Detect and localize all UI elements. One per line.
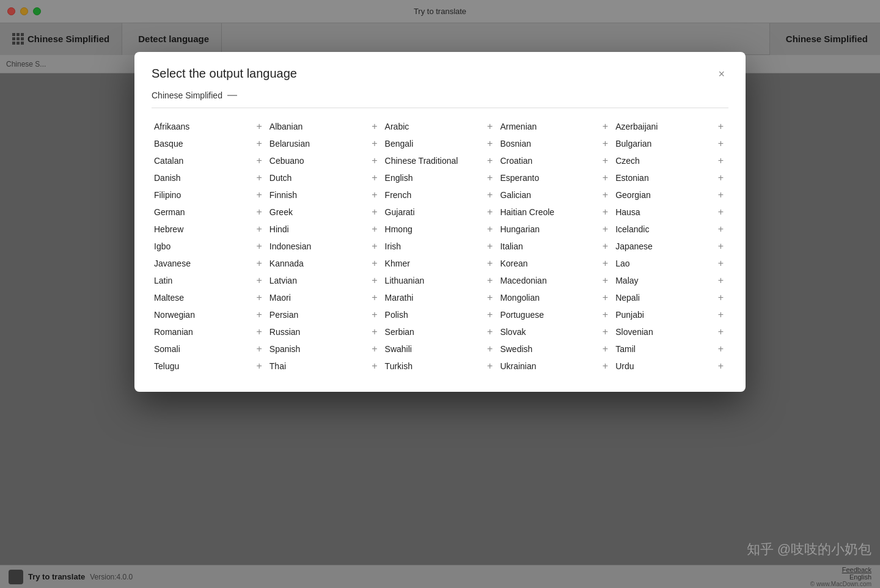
lang-add-button[interactable]: + [600,361,610,371]
lang-item[interactable]: Russian+ [267,323,383,340]
lang-item[interactable]: Turkish+ [383,358,498,375]
lang-item[interactable]: Gujarati+ [383,204,498,221]
lang-item[interactable]: Marathi+ [383,289,498,306]
lang-item[interactable]: Cebuano+ [267,152,383,169]
lang-item[interactable]: Galician+ [497,186,613,204]
lang-add-button[interactable]: + [485,293,495,303]
lang-item[interactable]: Greek+ [267,204,383,221]
lang-item[interactable]: Icelandic+ [613,221,728,238]
lang-item[interactable]: Malay+ [613,272,728,289]
lang-add-button[interactable]: + [369,190,380,200]
lang-item[interactable]: Portuguese+ [497,306,613,323]
lang-item[interactable]: Slovenian+ [613,323,728,340]
lang-item[interactable]: Somali+ [152,340,267,358]
lang-item[interactable]: Catalan+ [152,152,267,169]
lang-item[interactable]: Romanian+ [152,323,267,340]
lang-add-button[interactable]: + [369,241,380,251]
lang-add-button[interactable]: + [600,156,610,166]
lang-item[interactable]: Albanian+ [267,118,383,135]
lang-add-button[interactable]: + [254,122,264,131]
lang-add-button[interactable]: + [485,361,495,371]
lang-add-button[interactable]: + [369,139,380,149]
lang-add-button[interactable]: + [369,361,380,371]
lang-add-button[interactable]: + [254,276,264,285]
lang-item[interactable]: Hmong+ [383,221,498,238]
lang-add-button[interactable]: + [716,139,726,149]
lang-add-button[interactable]: + [485,207,495,217]
lang-add-button[interactable]: + [716,310,726,320]
lang-item[interactable]: Georgian+ [613,186,728,204]
lang-add-button[interactable]: + [254,293,264,303]
lang-add-button[interactable]: + [254,173,264,183]
lang-add-button[interactable]: + [485,139,495,149]
lang-add-button[interactable]: + [369,344,380,354]
lang-add-button[interactable]: + [600,259,610,268]
lang-item[interactable]: Hindi+ [267,221,383,238]
lang-item[interactable]: Lithuanian+ [383,272,498,289]
lang-add-button[interactable]: + [716,207,726,217]
lang-add-button[interactable]: + [600,293,610,303]
lang-add-button[interactable]: + [369,327,380,337]
lang-add-button[interactable]: + [485,327,495,337]
lang-add-button[interactable]: + [600,173,610,183]
lang-add-button[interactable]: + [369,173,380,183]
lang-item[interactable]: Bosnian+ [497,135,613,152]
lang-add-button[interactable]: + [485,344,495,354]
lang-item[interactable]: Norwegian+ [152,306,267,323]
lang-item[interactable]: Dutch+ [267,169,383,186]
lang-add-button[interactable]: + [716,259,726,268]
lang-add-button[interactable]: + [716,190,726,200]
lang-item[interactable]: Arabic+ [383,118,498,135]
lang-add-button[interactable]: + [600,276,610,285]
lang-item[interactable]: Belarusian+ [267,135,383,152]
lang-item[interactable]: Esperanto+ [497,169,613,186]
lang-item[interactable]: Persian+ [267,306,383,323]
lang-item[interactable]: Chinese Traditional+ [383,152,498,169]
lang-item[interactable]: Italian+ [497,238,613,255]
lang-add-button[interactable]: + [600,190,610,200]
lang-add-button[interactable]: + [600,139,610,149]
lang-add-button[interactable]: + [254,224,264,234]
lang-item[interactable]: Serbian+ [383,323,498,340]
lang-item[interactable]: Spanish+ [267,340,383,358]
lang-add-button[interactable]: + [485,241,495,251]
lang-add-button[interactable]: + [600,310,610,320]
lang-add-button[interactable]: + [254,344,264,354]
lang-add-button[interactable]: + [369,293,380,303]
lang-add-button[interactable]: + [600,327,610,337]
lang-item[interactable]: Maltese+ [152,289,267,306]
lang-add-button[interactable]: + [485,190,495,200]
lang-add-button[interactable]: + [485,173,495,183]
lang-add-button[interactable]: + [485,259,495,268]
lang-add-button[interactable]: + [254,156,264,166]
lang-add-button[interactable]: + [716,156,726,166]
lang-add-button[interactable]: + [254,259,264,268]
lang-item[interactable]: Mongolian+ [497,289,613,306]
lang-add-button[interactable]: + [716,276,726,285]
lang-add-button[interactable]: + [716,241,726,251]
modal-close-button[interactable]: × [714,67,728,81]
lang-item[interactable]: Irish+ [383,238,498,255]
lang-item[interactable]: Macedonian+ [497,272,613,289]
lang-add-button[interactable]: + [369,207,380,217]
lang-add-button[interactable]: + [485,224,495,234]
lang-add-button[interactable]: + [254,190,264,200]
lang-item[interactable]: Kannada+ [267,255,383,272]
lang-item[interactable]: Czech+ [613,152,728,169]
lang-item[interactable]: Latin+ [152,272,267,289]
lang-item[interactable]: English+ [383,169,498,186]
lang-add-button[interactable]: + [369,156,380,166]
lang-add-button[interactable]: + [254,327,264,337]
lang-add-button[interactable]: + [600,241,610,251]
lang-add-button[interactable]: + [716,361,726,371]
lang-add-button[interactable]: + [716,293,726,303]
lang-item[interactable]: Armenian+ [497,118,613,135]
lang-add-button[interactable]: + [254,207,264,217]
lang-item[interactable]: Hebrew+ [152,221,267,238]
lang-add-button[interactable]: + [485,122,495,131]
lang-add-button[interactable]: + [600,344,610,354]
lang-item[interactable]: Danish+ [152,169,267,186]
lang-item[interactable]: Igbo+ [152,238,267,255]
lang-item[interactable]: Hausa+ [613,204,728,221]
lang-item[interactable]: Khmer+ [383,255,498,272]
